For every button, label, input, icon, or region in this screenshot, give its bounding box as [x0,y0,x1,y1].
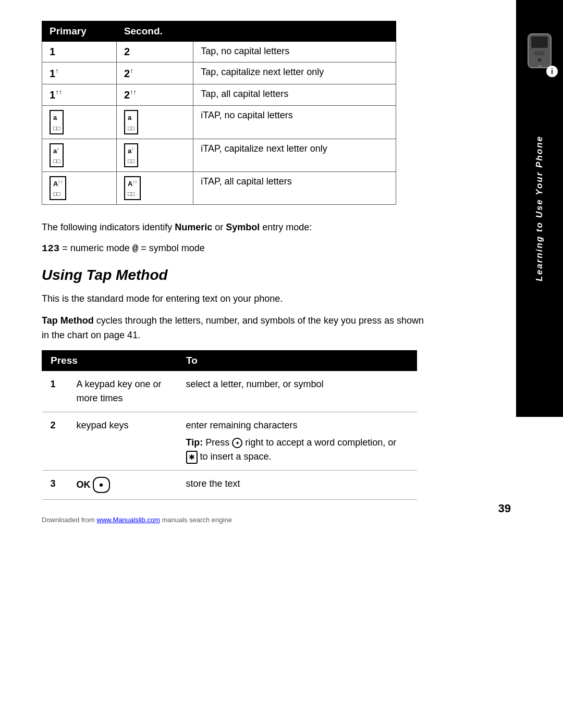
primary-cell: 1↑↑ [42,84,117,106]
tip-right: right to accept a word completion, or [245,437,396,448]
press-action-3: OK ● [68,471,178,500]
tip-text: Tip: Press ✦ right to accept a word comp… [186,436,409,464]
ok-button-label: OK ● [77,477,110,493]
ok-btn-shape: ● [93,477,110,493]
primary-cell: A↑↑□□ [42,172,117,205]
table-row: A↑↑□□ A↑↑□□ iTAP, all capital letters [42,172,396,205]
itap-icon-shift-second: a↑□□ [124,143,138,167]
desc-cell: Tap, capitalize next letter only [193,63,396,84]
col-description [193,21,396,42]
press-action-1: A keypad key one or more times [68,371,178,412]
or-text: or [212,222,226,232]
svg-rect-3 [534,51,545,55]
desc-cell: iTAP, no capital letters [193,106,396,139]
press-number-2: 2 [42,412,68,471]
svg-point-2 [537,57,542,63]
footer-link[interactable]: www.Manualslib.com [97,516,160,524]
mode-line: 123 = numeric mode @ = symbol mode [42,243,521,254]
press-number-3: 3 [42,471,68,500]
table-row: 1↑↑ 2↑↑ Tap, all capital letters [42,84,396,106]
press-row-2: 2 keypad keys enter remaining characters… [42,412,417,471]
entry-mode-text: entry mode: [260,222,312,232]
enter-remaining: enter remaining characters [186,418,409,433]
table-row: a□□ a□□ iTAP, no capital letters [42,106,396,139]
second-cell: a□□ [116,106,193,139]
right-sidebar: i Learning to Use Your Phone [516,0,563,417]
section-heading: Using Tap Method [42,267,521,283]
press-to-1: select a letter, number, or symbol [178,371,417,412]
col-second: Second. [116,21,193,42]
table-row: 1↑ 2↑ Tap, capitalize next letter only [42,63,396,84]
desc-cell: iTAP, all capital letters [193,172,396,205]
itap-icon-second: a□□ [124,110,138,134]
footer: Downloaded from www.Manualslib.com manua… [42,516,232,524]
page-number: 39 [498,502,511,515]
press-to-3: store the text [178,471,417,500]
press-number-1: 1 [42,371,68,412]
info-icon: i [546,66,558,77]
tip-content: Press [205,437,232,448]
numeric-symbol: 123 [42,243,59,254]
page-container: Primary Second. 1 2 Tap, no capital lett… [0,0,563,531]
press-to-2: enter remaining characters Tip: Press ✦ … [178,412,417,471]
second-cell: 2↑↑ [116,84,193,106]
tap-method-para: Tap Method cycles through the letters, n… [42,314,433,343]
itap-icon-primary: a□□ [50,110,64,134]
second-cell: A↑↑□□ [116,172,193,205]
primary-cell: 1↑ [42,63,117,84]
mode-table: Primary Second. 1 2 Tap, no capital lett… [42,21,396,205]
col-primary: Primary [42,21,117,42]
numeric-bold: Numeric [175,222,212,232]
press-row-1: 1 A keypad key one or more times select … [42,371,417,412]
sidebar-label: Learning to Use Your Phone [534,135,545,281]
press-row-3: 3 OK ● store the text [42,471,417,500]
second-cell: a↑□□ [116,139,193,171]
second-cell: 2 [116,42,193,63]
intro-para: This is the standard mode for entering t… [42,292,433,306]
press-action-2: keypad keys [68,412,178,471]
table-row: 1 2 Tap, no capital letters [42,42,396,63]
phone-icon-area: i [524,31,555,73]
itap-icon-caps-primary: A↑↑□□ [50,176,66,200]
ok-text: OK [77,478,91,492]
nav-icon: ✦ [232,438,242,448]
tap-method-rest: cycles through the letters, number, and … [42,315,424,340]
indicators-para: The following indicators identify Numeri… [42,220,433,235]
press-table: Press To 1 A keypad key one or more time… [42,350,417,500]
footer-text: Downloaded from [42,516,97,524]
symbol-bold: Symbol [226,222,260,232]
second-cell: 2↑ [116,63,193,84]
primary-cell: a□□ [42,106,117,139]
primary-cell: a↑□□ [42,139,117,171]
itap-icon-shift-primary: a↑□□ [50,143,64,167]
itap-icon-caps-second: A↑↑□□ [124,176,141,200]
svg-rect-1 [531,36,548,48]
col-press: Press [42,351,178,371]
at-symbol: @ [132,243,138,254]
desc-cell: Tap, all capital letters [193,84,396,106]
tap-method-bold: Tap Method [42,315,94,326]
tip-label: Tip: [186,437,203,448]
footer-suffix: manuals search engine [160,516,232,524]
table-row: a↑□□ a↑□□ iTAP, capitalize next letter o… [42,139,396,171]
equals-symbol: = symbol mode [138,243,205,253]
desc-cell: iTAP, capitalize next letter only [193,139,396,171]
svg-point-4 [538,65,541,68]
indicators-text: The following indicators identify [42,222,175,232]
phone-svg [524,31,555,70]
equals-numeric: = numeric mode [59,243,132,253]
star-box: ✱ [186,451,198,464]
col-to: To [178,351,417,371]
primary-cell: 1 [42,42,117,63]
tip-end: to insert a space. [200,451,272,462]
desc-cell: Tap, no capital letters [193,42,396,63]
